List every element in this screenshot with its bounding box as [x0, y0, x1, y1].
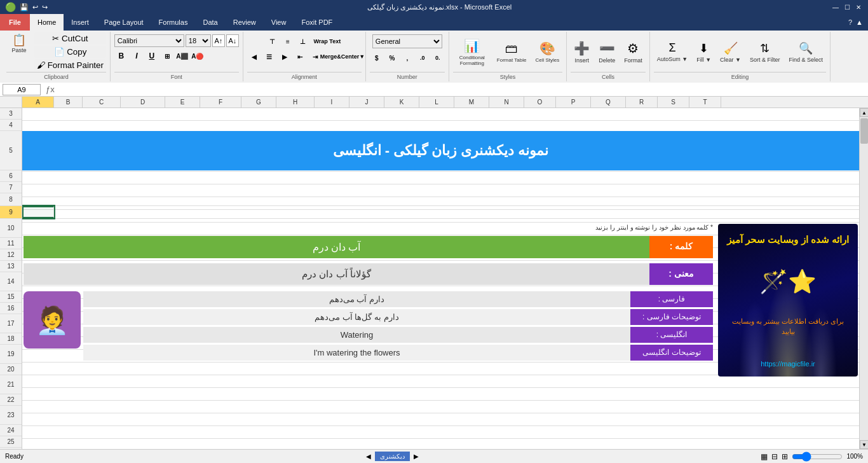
tab-view[interactable]: View — [264, 14, 294, 31]
col-header-b[interactable]: B — [54, 97, 83, 107]
font-color-button[interactable]: A🔴 — [191, 49, 205, 63]
col-header-a[interactable]: A — [22, 97, 54, 107]
format-table-button[interactable]: 🗃 Format Table — [494, 39, 530, 65]
layout-break-icon[interactable]: ⊞ — [782, 452, 788, 461]
col-header-n[interactable]: N — [489, 97, 524, 107]
vertical-scrollbar[interactable]: ▲ ▼ — [859, 108, 868, 449]
col-header-d[interactable]: D — [121, 97, 165, 107]
indent-decrease-button[interactable]: ⇤ — [293, 50, 307, 64]
col-header-g[interactable]: G — [241, 97, 276, 107]
sort-filter-button[interactable]: ⇅ Sort & Filter — [747, 39, 783, 65]
conditional-formatting-button[interactable]: 📊 Conditional Formatting — [453, 36, 491, 68]
layout-page-icon[interactable]: ⊟ — [771, 452, 778, 461]
wrap-text-button[interactable]: Wrap Text — [311, 34, 343, 48]
align-right-button[interactable]: ▶ — [278, 50, 292, 64]
zoom-slider[interactable] — [792, 452, 843, 462]
close-button[interactable]: ✕ — [854, 3, 863, 11]
italic-button[interactable]: I — [130, 49, 144, 63]
col-header-f[interactable]: F — [200, 97, 241, 107]
number-format-select[interactable]: General — [372, 34, 442, 48]
font-size-select[interactable]: 18 — [186, 34, 211, 47]
fill-button[interactable]: ⬇ Fill ▼ — [693, 39, 714, 65]
sheet-nav-left[interactable]: ◀ — [366, 453, 371, 460]
format-table-label: Format Table — [497, 57, 527, 63]
format-painter-button[interactable]: 🖌 Format Painter — [34, 59, 106, 71]
align-left-button[interactable]: ◀ — [247, 50, 261, 64]
col-header-j[interactable]: J — [349, 97, 384, 107]
align-bottom-button[interactable]: ⊥ — [296, 34, 310, 48]
col-header-k[interactable]: K — [384, 97, 419, 107]
merge-center-button[interactable]: Merge&Center▼ — [323, 50, 362, 64]
decimal-decrease-button[interactable]: 0. — [431, 51, 445, 65]
col-header-s[interactable]: S — [658, 97, 689, 107]
scroll-up-button[interactable]: ▲ — [860, 108, 868, 117]
tab-file[interactable]: File — [0, 14, 30, 31]
copy-button[interactable]: 📄 Copy — [34, 46, 106, 58]
sheet-nav-right[interactable]: ▶ — [414, 453, 419, 460]
underline-button[interactable]: U — [145, 49, 159, 63]
currency-button[interactable]: $ — [370, 51, 384, 65]
scroll-thumb[interactable] — [860, 118, 868, 144]
empty-row-8 — [22, 193, 859, 206]
col-header-e[interactable]: E — [165, 97, 200, 107]
col-header-t[interactable]: T — [689, 97, 721, 107]
tab-foxit[interactable]: Foxit PDF — [294, 14, 340, 31]
sheet-tab[interactable]: دیکشنری — [375, 452, 410, 461]
cell-a9[interactable] — [22, 206, 54, 218]
col-header-i[interactable]: I — [315, 97, 349, 107]
maximize-button[interactable]: ☐ — [843, 3, 851, 11]
comma-button[interactable]: , — [400, 51, 414, 65]
star-wand-icon: ⭐🪄 — [759, 268, 817, 295]
autosum-button[interactable]: Σ AutoSum ▼ — [654, 39, 691, 64]
find-select-button[interactable]: 🔍 Find & Select — [786, 39, 827, 65]
col-header-h[interactable]: H — [276, 97, 315, 107]
bold-button[interactable]: B — [114, 49, 128, 63]
meaning-label: معنی : — [649, 263, 713, 285]
minimize-button[interactable]: — — [831, 3, 840, 11]
tab-page-layout[interactable]: Page Layout — [97, 14, 151, 31]
row-num-10: 10 — [0, 219, 22, 238]
scroll-down-button[interactable]: ▼ — [860, 440, 868, 449]
format-button[interactable]: ⚙ Format — [621, 39, 646, 66]
row-num-7: 7 — [0, 182, 22, 193]
col-header-o[interactable]: O — [524, 97, 556, 107]
align-center-button[interactable]: ☰ — [262, 50, 276, 64]
paste-small-buttons: ✂ CutCut 📄 Copy 🖌 Format Painter — [34, 32, 106, 71]
tab-review[interactable]: Review — [226, 14, 264, 31]
col-header-q[interactable]: Q — [591, 97, 626, 107]
align-top-button[interactable]: ⊤ — [266, 34, 280, 48]
border-button[interactable]: ⊞ — [160, 49, 174, 63]
clear-button[interactable]: 🧹 Clear ▼ — [717, 39, 744, 65]
tab-home[interactable]: Home — [30, 14, 64, 31]
cell-reference-input[interactable] — [3, 84, 41, 95]
row-9[interactable] — [22, 206, 859, 219]
paste-button[interactable]: 📋 Paste — [6, 32, 32, 71]
formula-input[interactable] — [57, 84, 865, 95]
cells-label: Cells — [571, 72, 646, 81]
decimal-increase-button[interactable]: .0 — [416, 51, 430, 65]
font-increase-button[interactable]: A↑ — [212, 34, 225, 47]
cut-button[interactable]: ✂ CutCut — [34, 32, 106, 45]
font-name-select[interactable]: Calibri — [114, 34, 184, 47]
row-num-19: 19 — [0, 345, 22, 364]
tab-insert[interactable]: Insert — [64, 14, 97, 31]
insert-button[interactable]: ➕ Insert — [571, 39, 593, 66]
layout-normal-icon[interactable]: ▦ — [761, 452, 768, 461]
col-header-l[interactable]: L — [419, 97, 454, 107]
font-decrease-button[interactable]: A↓ — [226, 34, 239, 47]
delete-button[interactable]: ➖ Delete — [595, 39, 618, 66]
col-header-m[interactable]: M — [454, 97, 489, 107]
fill-color-button[interactable]: A⬛ — [175, 49, 189, 63]
empty-row-7 — [22, 182, 859, 193]
tab-formulas[interactable]: Formulas — [151, 14, 196, 31]
col-header-r[interactable]: R — [626, 97, 658, 107]
cell-styles-button[interactable]: 🎨 Cell Styles — [532, 39, 562, 65]
english-label: انگلیسی : — [630, 327, 713, 343]
col-header-c[interactable]: C — [83, 97, 121, 107]
percent-button[interactable]: % — [385, 51, 399, 65]
tab-data[interactable]: Data — [195, 14, 225, 31]
col-header-p[interactable]: P — [556, 97, 591, 107]
align-middle-button[interactable]: ≡ — [281, 34, 295, 48]
alignment-label: Alignment — [247, 72, 362, 81]
main-content-area: ارائه شده از وبسایت سحر آمیز ⭐🪄 برای دری… — [22, 221, 859, 379]
